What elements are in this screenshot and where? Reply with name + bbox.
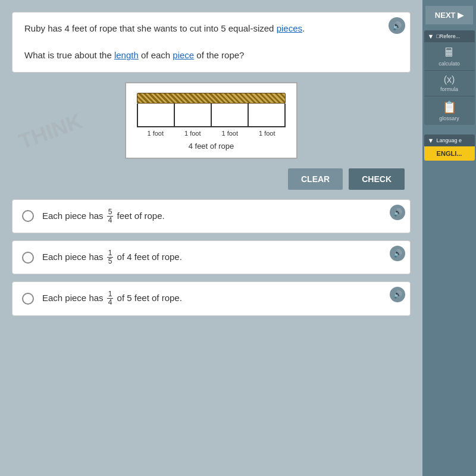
formula-label: formula xyxy=(440,86,458,92)
radio-button-2[interactable] xyxy=(22,252,34,264)
question-audio-button[interactable]: 🔊 xyxy=(389,17,405,34)
rope-label-1: 1 foot xyxy=(137,130,174,137)
rope-section-3 xyxy=(212,104,249,126)
answer-choice-1[interactable]: Each piece has 54 feet of rope. 🔊 xyxy=(12,199,411,233)
reference-label: □Refere... xyxy=(436,33,460,39)
rope-section-2 xyxy=(175,104,212,126)
next-label: NEXT ▶ xyxy=(435,11,464,20)
glossary-item[interactable]: 📋 glossary xyxy=(424,96,475,125)
language-chevron-icon: ▼ xyxy=(428,137,434,144)
english-label: ENGLI... xyxy=(437,150,462,157)
clear-button[interactable]: CLEAR xyxy=(288,168,343,190)
rope-section-1 xyxy=(138,104,175,126)
choice-3-audio-button[interactable]: 🔊 xyxy=(390,287,405,302)
diagram-caption: 4 feet of rope xyxy=(189,142,234,151)
fraction-5-4: 54 xyxy=(107,208,114,224)
language-header: ▼ Languag e xyxy=(424,134,475,146)
reference-header: ▼ □Refere... xyxy=(424,30,475,42)
radio-button-3[interactable] xyxy=(22,293,34,305)
audio-icon-1: 🔊 xyxy=(393,208,402,217)
fraction-1-4: 14 xyxy=(107,290,114,306)
answer-choice-2[interactable]: Each piece has 15 of 4 feet of rope. 🔊 xyxy=(12,240,411,274)
language-label: Languag e xyxy=(436,137,462,143)
pieces-link[interactable]: pieces xyxy=(277,23,302,33)
next-button[interactable]: NEXT ▶ xyxy=(425,6,473,24)
fraction-1-5: 15 xyxy=(107,249,114,265)
english-button[interactable]: ENGLI... xyxy=(424,146,475,161)
audio-icon-2: 🔊 xyxy=(393,249,402,258)
rope-line xyxy=(137,93,286,104)
rope-sections xyxy=(137,104,286,127)
answer-choice-3[interactable]: Each piece has 14 of 5 feet of rope. 🔊 xyxy=(12,281,411,315)
choice-text-3: Each piece has 14 of 5 feet of rope. xyxy=(42,290,400,306)
formula-item[interactable]: (x) formula xyxy=(424,71,475,96)
sidebar: NEXT ▶ ▼ □Refere... 🖩 calculato (x) form… xyxy=(422,0,476,476)
rope-section-4 xyxy=(249,104,284,126)
reference-panel: ▼ □Refere... 🖩 calculato (x) formula 📋 g… xyxy=(424,30,475,125)
formula-icon: (x) xyxy=(444,74,455,85)
question-text: Ruby has 4 feet of rope that she wants t… xyxy=(24,22,398,62)
choice-text-1: Each piece has 54 feet of rope. xyxy=(42,208,400,224)
chevron-down-icon: ▼ xyxy=(428,33,434,40)
language-panel: ▼ Languag e ENGLI... xyxy=(424,134,475,161)
calculator-icon: 🖩 xyxy=(443,46,455,60)
check-button[interactable]: CHECK xyxy=(349,168,405,190)
rope-label-2: 1 foot xyxy=(174,130,212,137)
glossary-icon: 📋 xyxy=(442,100,457,114)
rope-labels: 1 foot 1 foot 1 foot 1 foot xyxy=(137,130,286,137)
audio-icon: 🔊 xyxy=(392,21,402,30)
radio-button-1[interactable] xyxy=(22,210,34,222)
calculator-item[interactable]: 🖩 calculato xyxy=(424,42,475,71)
choice-1-audio-button[interactable]: 🔊 xyxy=(390,205,405,220)
rope-label-3: 1 foot xyxy=(211,130,249,137)
length-link[interactable]: length xyxy=(114,50,139,60)
diagram-container: 1 foot 1 foot 1 foot 1 foot 4 feet of ro… xyxy=(125,82,298,159)
piece-link[interactable]: piece xyxy=(173,50,194,60)
choice-text-2: Each piece has 15 of 4 feet of rope. xyxy=(42,249,400,265)
rope-visual: 1 foot 1 foot 1 foot 1 foot xyxy=(137,93,286,137)
choice-2-audio-button[interactable]: 🔊 xyxy=(390,246,405,261)
calculator-label: calculato xyxy=(439,61,460,67)
question-box: 🔊 Ruby has 4 feet of rope that she wants… xyxy=(12,12,411,73)
rope-label-4: 1 foot xyxy=(249,130,286,137)
buttons-row: CLEAR CHECK xyxy=(12,168,411,190)
audio-icon-3: 🔊 xyxy=(393,290,402,299)
glossary-label: glossary xyxy=(439,115,459,121)
